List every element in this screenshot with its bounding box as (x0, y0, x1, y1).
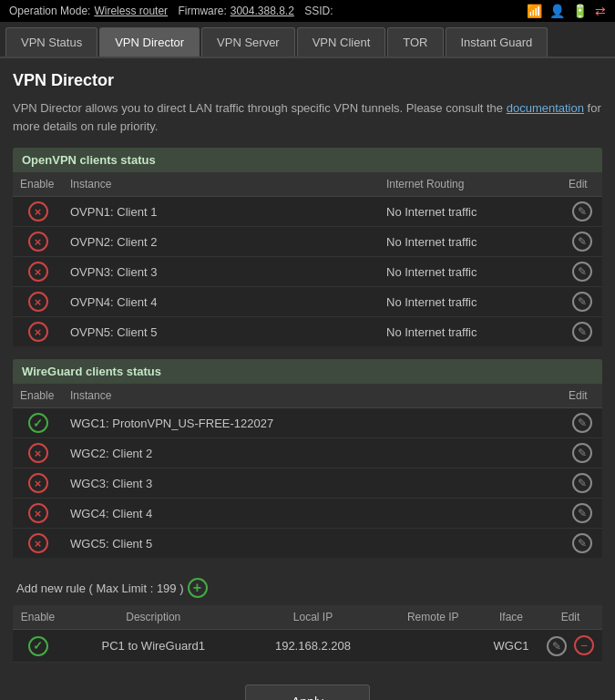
rule-local-ip-cell: 192.168.2.208 (243, 630, 382, 663)
rule-description-cell: PC1 to WireGuard1 (63, 630, 243, 663)
routing-cell: No Internet traffic (379, 227, 561, 257)
edit-button[interactable]: ✎ (572, 232, 592, 252)
table-row: ✓ WGC1: ProtonVPN_US-FREE-122027 ✎ (13, 408, 602, 438)
enable-toggle[interactable]: × (28, 262, 48, 282)
top-bar: Operation Mode: Wireless router Firmware… (0, 0, 615, 22)
routing-cell: No Internet traffic (379, 287, 561, 317)
routing-cell: No Internet traffic (379, 257, 561, 287)
instance-cell: OVPN4: Client 4 (63, 287, 379, 317)
wireguard-col-enable: Enable (13, 384, 63, 408)
openvpn-table: Enable Instance Internet Routing Edit × … (13, 172, 602, 346)
edit-button[interactable]: ✎ (572, 262, 592, 282)
add-rule-label: Add new rule ( Max Limit : 199 ) (16, 582, 184, 595)
tab-tor[interactable]: TOR (387, 27, 443, 57)
table-row: ✓ PC1 to WireGuard1 192.168.2.208 WGC1 ✎… (13, 630, 602, 663)
table-row: × OVPN3: Client 3 No Internet traffic ✎ (13, 257, 602, 287)
table-row: × OVPN2: Client 2 No Internet traffic ✎ (13, 227, 602, 257)
instance-cell: WGC3: Client 3 (63, 468, 561, 499)
table-row: × WGC4: Client 4 ✎ (13, 499, 602, 529)
openvpn-col-instance: Instance (63, 172, 379, 197)
wireguard-table-header-row: Enable Instance Edit (13, 384, 602, 408)
documentation-link[interactable]: documentation (507, 101, 584, 115)
routing-cell: No Internet traffic (379, 317, 561, 347)
page-title: VPN Director (13, 71, 602, 90)
main-content: VPN Director VPN Director allows you to … (0, 58, 615, 700)
top-bar-icons: 📶 👤 🔋 ⇄ (527, 4, 606, 18)
ssid-label: SSID: (304, 5, 333, 17)
top-bar-info: Operation Mode: Wireless router Firmware… (9, 5, 333, 17)
apply-button[interactable]: Apply (245, 685, 370, 700)
table-row: × WGC3: Client 3 ✎ (13, 468, 602, 499)
enable-toggle[interactable]: × (28, 322, 48, 342)
rules-col-remote-ip: Remote IP (383, 605, 485, 630)
wireguard-table: Enable Instance Edit ✓ WGC1: ProtonVPN_U… (13, 384, 602, 558)
edit-button[interactable]: ✎ (572, 443, 592, 463)
enable-toggle[interactable]: × (28, 503, 48, 523)
page-description: VPN Director allows you to direct LAN tr… (13, 99, 602, 135)
rules-col-local-ip: Local IP (243, 605, 382, 630)
table-row: × WGC2: Client 2 ✎ (13, 438, 602, 468)
rules-col-edit: Edit (538, 605, 602, 630)
enable-toggle[interactable]: ✓ (28, 413, 48, 433)
tab-instant-guard[interactable]: Instant Guard (446, 27, 548, 57)
instance-cell: WGC4: Client 4 (63, 499, 561, 529)
enable-toggle[interactable]: × (28, 232, 48, 252)
nav-tabs: VPN Status VPN Director VPN Server VPN C… (0, 22, 615, 58)
table-row: × WGC5: Client 5 ✎ (13, 529, 602, 559)
instance-cell: OVPN3: Client 3 (63, 257, 379, 287)
enable-toggle[interactable]: × (28, 533, 48, 553)
openvpn-col-edit: Edit (561, 172, 602, 197)
wifi-icon: 📶 (527, 4, 542, 18)
edit-button[interactable]: ✎ (572, 503, 592, 523)
firmware-value: 3004.388.8.2 (231, 5, 294, 17)
signal-icon: ⇄ (595, 4, 606, 18)
openvpn-table-header-row: Enable Instance Internet Routing Edit (13, 172, 602, 197)
enable-toggle[interactable]: × (28, 443, 48, 463)
enable-toggle[interactable]: × (28, 292, 48, 312)
edit-button[interactable]: ✎ (572, 413, 592, 433)
rule-edit-button[interactable]: ✎ (547, 636, 567, 656)
apply-section: Apply (13, 675, 602, 700)
tab-vpn-status[interactable]: VPN Status (5, 27, 97, 57)
wireguard-col-edit: Edit (561, 384, 602, 408)
battery-icon: 🔋 (572, 4, 588, 18)
instance-cell: OVPN5: Client 5 (63, 317, 379, 347)
firmware-label: Firmware: (178, 5, 226, 17)
openvpn-col-enable: Enable (13, 172, 63, 197)
edit-button[interactable]: ✎ (572, 322, 592, 342)
wireguard-col-instance: Instance (63, 384, 561, 408)
rule-delete-button[interactable]: − (574, 635, 594, 655)
user-icon: 👤 (549, 4, 565, 18)
table-row: × OVPN1: Client 1 No Internet traffic ✎ (13, 197, 602, 227)
enable-toggle[interactable]: × (28, 473, 48, 493)
add-rule-bar: Add new rule ( Max Limit : 199 ) + (13, 571, 602, 605)
openvpn-col-routing: Internet Routing (379, 172, 561, 197)
rules-col-description: Description (63, 605, 243, 630)
edit-button[interactable]: ✎ (572, 473, 592, 493)
table-row: × OVPN4: Client 4 No Internet traffic ✎ (13, 287, 602, 317)
operation-mode-value: Wireless router (94, 5, 168, 17)
rules-col-enable: Enable (13, 605, 63, 630)
enable-toggle[interactable]: × (28, 201, 48, 221)
tab-vpn-director[interactable]: VPN Director (99, 27, 200, 57)
instance-cell: WGC2: Client 2 (63, 438, 561, 468)
openvpn-section-header: OpenVPN clients status (13, 148, 602, 172)
edit-button[interactable]: ✎ (572, 533, 592, 553)
description-text-1: VPN Director allows you to direct LAN tr… (13, 101, 507, 115)
tab-vpn-client[interactable]: VPN Client (297, 27, 386, 57)
wireguard-section-header: WireGuard clients status (13, 359, 602, 384)
rules-table: Enable Description Local IP Remote IP If… (13, 605, 602, 663)
instance-cell: WGC1: ProtonVPN_US-FREE-122027 (63, 408, 561, 438)
edit-button[interactable]: ✎ (572, 292, 592, 312)
tab-vpn-server[interactable]: VPN Server (201, 27, 295, 57)
routing-cell: No Internet traffic (379, 197, 561, 227)
rule-enable-toggle[interactable]: ✓ (28, 636, 48, 656)
openvpn-section: OpenVPN clients status Enable Instance I… (13, 148, 602, 346)
rule-remote-ip-cell (383, 630, 485, 663)
add-rule-button[interactable]: + (188, 578, 208, 598)
instance-cell: OVPN2: Client 2 (63, 227, 379, 257)
operation-mode-label: Operation Mode: (9, 5, 90, 17)
rules-section: Enable Description Local IP Remote IP If… (13, 605, 602, 663)
edit-button[interactable]: ✎ (572, 201, 592, 221)
rule-iface-cell: WGC1 (484, 630, 538, 663)
